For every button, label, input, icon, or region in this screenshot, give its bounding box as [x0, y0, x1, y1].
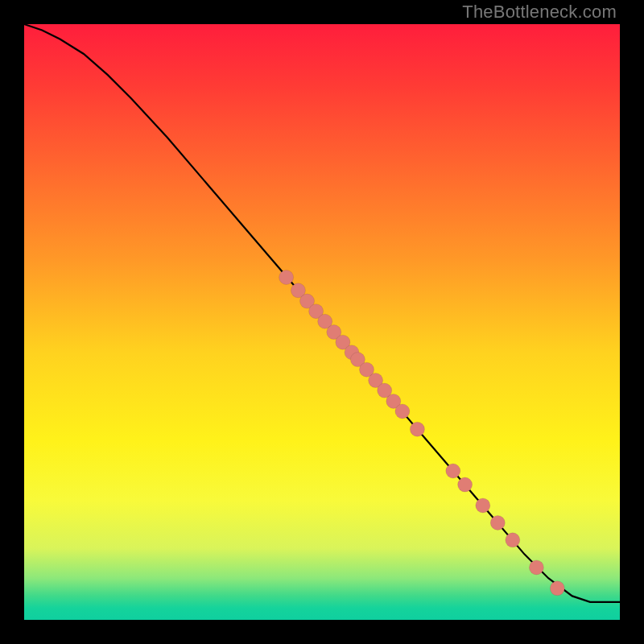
data-point [490, 515, 505, 530]
data-point [529, 560, 543, 575]
data-point [395, 404, 410, 419]
plot-area [24, 24, 620, 620]
data-point [506, 533, 520, 547]
data-point [550, 581, 564, 596]
data-point [279, 270, 294, 285]
data-point [446, 464, 460, 478]
data-points [279, 270, 565, 596]
watermark-text: TheBottleneck.com [462, 2, 617, 23]
data-point [458, 477, 473, 492]
data-point [476, 498, 490, 513]
chart-frame: TheBottleneck.com [0, 0, 644, 644]
chart-svg [24, 24, 620, 620]
data-point [410, 422, 424, 436]
